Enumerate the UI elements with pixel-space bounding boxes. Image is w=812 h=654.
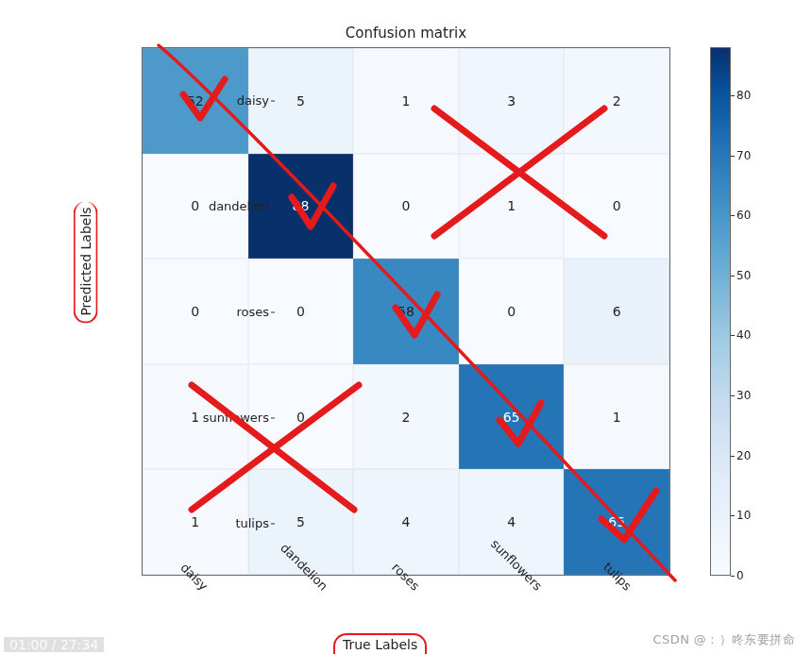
colorbar: [710, 47, 731, 576]
confusion-matrix: 525132088010005806102651154465: [142, 47, 670, 576]
colorbar-tick: 10: [736, 509, 751, 522]
matrix-cell: 58: [353, 259, 459, 364]
matrix-cell: 0: [353, 154, 459, 260]
x-axis-label: True Labels: [333, 633, 427, 654]
colorbar-tick: 20: [736, 449, 751, 462]
matrix-cell: 65: [459, 364, 565, 470]
watermark: CSDN @：）咚东要拼命: [653, 631, 795, 648]
colorbar-tick: 60: [736, 209, 751, 222]
matrix-cell: 52: [143, 48, 248, 154]
matrix-cell: 1: [143, 469, 248, 575]
matrix-cell: 6: [564, 259, 669, 364]
ytick-0: daisy: [237, 93, 269, 108]
ytick-2: roses: [236, 305, 269, 319]
matrix-cell: 2: [564, 48, 669, 154]
matrix-cell: 0: [564, 154, 669, 260]
colorbar-tick: 0: [736, 569, 744, 582]
ytick-1: dandelion: [209, 199, 269, 213]
matrix-cell: 3: [459, 48, 565, 154]
matrix-cell: 0: [143, 259, 248, 364]
colorbar-tick: 30: [736, 389, 751, 402]
matrix-cell: 1: [459, 154, 565, 260]
ytick-4: tulips: [235, 516, 269, 530]
colorbar-tick: 70: [736, 149, 751, 162]
matrix-cell: 65: [564, 469, 669, 575]
video-timestamp: 01:00 / 27:34: [4, 637, 104, 652]
matrix-cell: 4: [353, 469, 459, 575]
matrix-cell: 0: [459, 259, 565, 364]
chart-title: Confusion matrix: [142, 25, 670, 42]
ytick-3: sunflowers: [203, 411, 269, 425]
matrix-cell: 1: [564, 364, 669, 470]
y-axis-label: Predicted Labels: [74, 201, 98, 323]
matrix-cell: 1: [353, 48, 459, 154]
matrix-cell: 2: [353, 364, 459, 470]
colorbar-tick: 80: [736, 89, 751, 102]
colorbar-tick: 40: [736, 328, 751, 342]
colorbar-tick: 50: [736, 269, 751, 282]
